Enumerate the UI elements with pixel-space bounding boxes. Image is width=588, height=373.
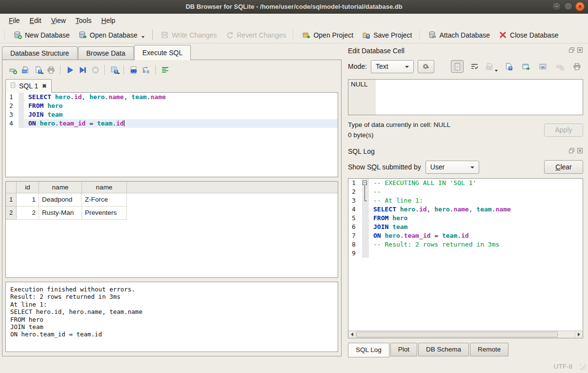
close-button[interactable]: ×	[575, 2, 585, 11]
win-link-icon	[539, 62, 547, 71]
code-line: 1-- EXECUTING ALL IN 'SQL 1'	[348, 179, 583, 187]
open-database-label: Open Database	[90, 31, 138, 39]
sql-file-tab[interactable]: SQL 1 ✖	[5, 79, 52, 93]
save-results-button[interactable]	[108, 63, 121, 76]
new-database-button[interactable]: New Database	[9, 29, 74, 41]
scroll-left-arrow-icon[interactable]	[348, 331, 356, 338]
clear-log-button[interactable]: Clear	[544, 160, 583, 174]
link-cell-button[interactable]	[536, 60, 549, 73]
table-cell[interactable]: Rusty-Man	[39, 207, 82, 220]
code-text: -- EXECUTING ALL IN 'SQL 1'	[369, 179, 583, 187]
table-corner-header[interactable]	[6, 182, 17, 193]
table-row[interactable]: 22Rusty-ManPreventers	[6, 207, 338, 220]
titlebar: DB Browser for SQLite - /home/user/code/…	[0, 0, 588, 14]
log-filter-select[interactable]: User	[426, 161, 479, 174]
sql-code-editor[interactable]: 1SELECT hero.id, hero.name, team.name2FR…	[5, 92, 338, 177]
float-panel-icon[interactable]	[568, 147, 575, 155]
execute-all-button[interactable]	[63, 63, 76, 76]
code-line: 2FROM hero	[6, 102, 338, 110]
menu-file[interactable]: File	[4, 15, 25, 26]
print-sql-button[interactable]	[44, 63, 57, 76]
code-line: 3-- At line 1:	[348, 196, 583, 205]
fold-margin	[362, 205, 369, 214]
row-header[interactable]: 1	[6, 193, 17, 207]
close-database-button[interactable]: Close Database	[494, 29, 563, 41]
table-cell[interactable]: 1	[17, 193, 39, 207]
cell-size-info: 0 byte(s)	[348, 130, 544, 140]
save-project-button[interactable]: Save Project	[358, 29, 416, 41]
column-header-name-1[interactable]: name	[39, 182, 82, 193]
save-cell-file-button[interactable]	[502, 60, 515, 73]
line-number: 4	[6, 119, 19, 128]
resize-grip[interactable]	[580, 365, 586, 371]
open-database-button[interactable]: Open Database	[74, 29, 149, 41]
format-icon	[161, 66, 169, 74]
open-project-button[interactable]: Open Project	[298, 29, 358, 41]
code-line: 4ON hero.team_id = team.id	[6, 119, 338, 128]
table-cell[interactable]: Deadpond	[39, 193, 82, 207]
scroll-right-arrow-icon[interactable]	[575, 331, 583, 338]
new-sql-tab-button[interactable]	[6, 63, 19, 76]
table-cell[interactable]: Z-Force	[82, 193, 127, 207]
replace-button[interactable]: ba	[140, 63, 152, 76]
table-header-row: idnamename	[6, 182, 338, 193]
fold-margin	[19, 110, 24, 119]
line-number: 3	[348, 196, 362, 205]
column-header-name-2[interactable]: name	[82, 182, 127, 193]
log-horizontal-scrollbar[interactable]	[348, 331, 583, 338]
table-cell[interactable]: 2	[17, 207, 39, 220]
tab-execute-sql[interactable]: Execute SQL	[134, 45, 191, 60]
cell-editor-content[interactable]	[376, 80, 583, 115]
tab-browse-data[interactable]: Browse Data	[78, 46, 134, 60]
text-view-button[interactable]	[451, 60, 464, 73]
auto-switch-mode-button[interactable]	[418, 60, 434, 73]
encoding-indicator: UTF-8	[554, 363, 572, 370]
mode-label: Mode:	[348, 62, 367, 70]
dock-tab-plot[interactable]: Plot	[390, 343, 417, 356]
float-panel-icon[interactable]	[568, 47, 575, 55]
stop-execution-button	[89, 63, 101, 76]
project-save-icon	[362, 31, 370, 39]
scrollbar-thumb[interactable]	[356, 332, 558, 337]
save-sql-file-button[interactable]	[32, 63, 44, 76]
column-header-id-0[interactable]: id	[17, 182, 39, 193]
dock-tab-sql-log[interactable]: SQL Log	[348, 343, 389, 357]
fold-collapse-icon[interactable]	[363, 181, 367, 185]
open-sql-file-button[interactable]	[19, 63, 32, 76]
window-title: DB Browser for SQLite - /home/user/code/…	[0, 3, 588, 10]
close-panel-icon[interactable]	[577, 47, 583, 55]
menu-view[interactable]: View	[46, 15, 71, 26]
scrollbar-track[interactable]	[558, 331, 575, 338]
mode-select[interactable]: Text	[371, 60, 414, 73]
row-header[interactable]: 2	[6, 207, 17, 220]
tab-database-structure[interactable]: Database Structure	[2, 46, 78, 60]
table-cell[interactable]: Preventers	[82, 207, 127, 220]
sql-log-lines[interactable]: 1-- EXECUTING ALL IN 'SQL 1'2--3-- At li…	[348, 179, 583, 331]
menu-edit[interactable]: Edit	[25, 15, 46, 26]
maximize-button[interactable]: □	[564, 2, 573, 11]
minimize-button[interactable]: −	[552, 2, 561, 11]
revert-changes-icon	[225, 31, 234, 39]
word-wrap-button[interactable]	[468, 60, 481, 73]
close-panel-icon[interactable]	[577, 147, 583, 155]
auto-format-button[interactable]	[159, 63, 171, 76]
close-tab-icon[interactable]: ✖	[41, 83, 46, 89]
dock-tab-remote[interactable]: Remote	[470, 343, 508, 356]
dock-tab-bar: SQL LogPlotDB SchemaRemote	[348, 343, 583, 359]
dock-tab-db-schema[interactable]: DB Schema	[418, 343, 469, 356]
print-cell-button[interactable]	[570, 60, 583, 73]
execute-current-line-button[interactable]	[76, 63, 89, 76]
find-icon	[129, 66, 138, 74]
apply-button[interactable]: Apply	[544, 124, 583, 137]
import-cell-button[interactable]	[519, 60, 532, 73]
table-row[interactable]: 11DeadpondZ-Force	[6, 193, 338, 207]
null-icon	[556, 62, 564, 71]
toolbar-grip	[293, 30, 295, 40]
cell-editor-box[interactable]: NULL	[348, 79, 583, 115]
menu-help[interactable]: Help	[97, 15, 121, 26]
close-database-label: Close Database	[510, 31, 559, 39]
menu-tools[interactable]: Tools	[71, 15, 97, 26]
find-button[interactable]	[127, 63, 140, 76]
attach-database-button[interactable]: Attach Database	[424, 29, 495, 41]
file-open-icon	[21, 66, 30, 74]
